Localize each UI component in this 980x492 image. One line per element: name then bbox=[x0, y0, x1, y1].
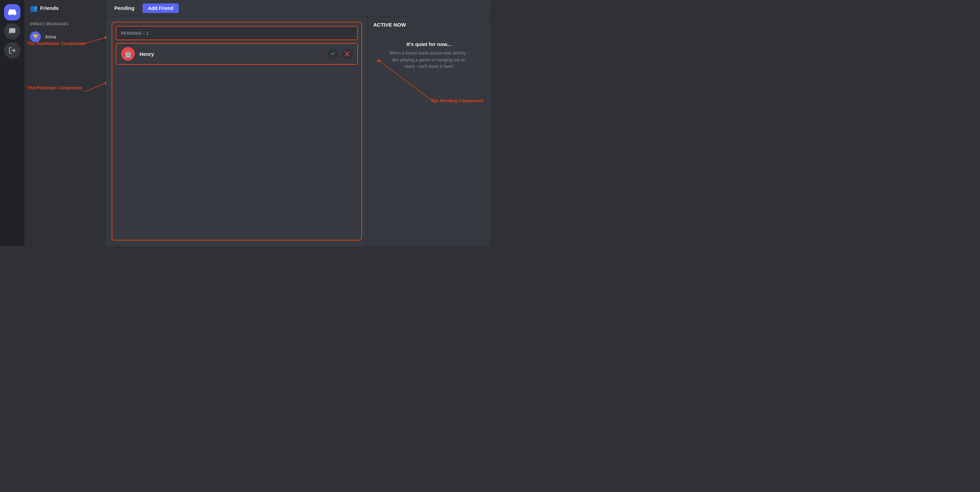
pendings-component-box: PENDING - 1 🤖 Henry bbox=[111, 22, 362, 241]
anna-avatar: 🏆 bbox=[30, 31, 41, 42]
friends-header: 👥 Friends bbox=[24, 0, 106, 16]
active-now-panel: ACTIVE NOW It's quiet for now... When a … bbox=[368, 16, 490, 246]
discord-home-icon[interactable] bbox=[4, 4, 21, 21]
anna-username: Anna bbox=[45, 34, 56, 40]
pending-component-annotation: The Pending Component bbox=[431, 98, 483, 103]
quiet-subtitle: When a friend starts active-now activity… bbox=[388, 50, 470, 70]
channel-sidebar: 👥 Friends DIRECT MESSAGES 🏆 Anna bbox=[24, 0, 106, 45]
pending-tab[interactable]: Pending bbox=[111, 4, 137, 12]
friends-icon: 👥 bbox=[30, 5, 37, 12]
logout-icon[interactable] bbox=[4, 42, 21, 59]
henry-avatar: 🤖 bbox=[121, 47, 135, 61]
svg-line-3 bbox=[84, 82, 109, 92]
pending-count-label: PENDING - 1 bbox=[121, 31, 149, 36]
server-sidebar bbox=[0, 0, 24, 246]
accept-button[interactable] bbox=[327, 48, 338, 59]
pendings-panel: PENDING - 1 🤖 Henry bbox=[106, 16, 368, 246]
friends-title: Friends bbox=[40, 5, 59, 11]
pending-user-row-henry: 🤖 Henry bbox=[116, 43, 358, 65]
dm-section-label: DIRECT MESSAGES bbox=[27, 22, 103, 26]
active-now-title: ACTIVE NOW bbox=[373, 22, 485, 27]
add-friend-button[interactable]: Add Friend bbox=[143, 3, 179, 13]
dm-user-anna[interactable]: 🏆 Anna bbox=[27, 29, 103, 45]
top-nav: Pending Add Friend bbox=[106, 0, 490, 16]
dm-icon[interactable] bbox=[4, 23, 21, 40]
pending-actions bbox=[327, 48, 353, 59]
content-area: PENDING - 1 🤖 Henry bbox=[106, 16, 490, 246]
dm-section: DIRECT MESSAGES 🏆 Anna bbox=[24, 16, 106, 45]
main-content: Pending Add Friend PENDING - 1 🤖 Henry bbox=[106, 0, 490, 246]
subheader-component: PENDING - 1 bbox=[116, 26, 358, 40]
quiet-title: It's quiet for now... bbox=[373, 41, 485, 47]
pendings-annotation: The Pendings Component bbox=[27, 85, 82, 90]
henry-username: Henry bbox=[140, 51, 323, 57]
quiet-message: It's quiet for now... When a friend star… bbox=[373, 41, 485, 70]
decline-button[interactable] bbox=[342, 48, 353, 59]
